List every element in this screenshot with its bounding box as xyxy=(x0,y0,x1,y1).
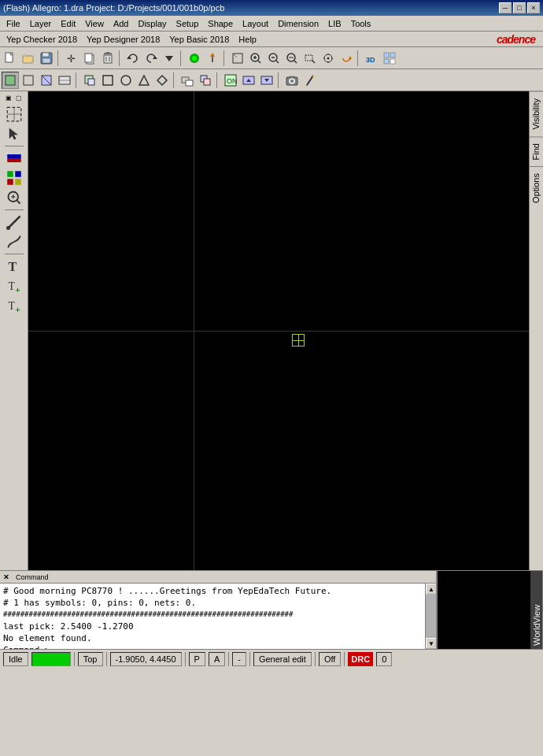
menu-shape[interactable]: Shape xyxy=(203,16,238,31)
menu-tools[interactable]: Tools xyxy=(346,16,376,31)
tb2-btn11[interactable] xyxy=(197,72,214,89)
menu-dimension[interactable]: Dimension xyxy=(273,16,323,31)
refresh-button[interactable] xyxy=(338,50,355,67)
lt-text3[interactable]: T+ xyxy=(4,296,24,315)
zoom-in-button[interactable] xyxy=(247,50,264,67)
tb2-btn9[interactable] xyxy=(153,72,171,89)
status-drc-num: 0 xyxy=(376,652,392,666)
menu-layout[interactable]: Layout xyxy=(238,16,273,31)
lt-route[interactable] xyxy=(4,213,24,232)
open-button[interactable] xyxy=(20,50,37,67)
menu-view[interactable]: View xyxy=(80,16,109,31)
menu-display[interactable]: Display xyxy=(133,16,171,31)
zoom-area-button[interactable] xyxy=(301,50,319,67)
menu-lib[interactable]: LIB xyxy=(323,16,346,31)
tb2-pad-left[interactable] xyxy=(240,72,257,89)
menu-file[interactable]: File xyxy=(2,16,25,31)
copy-button[interactable] xyxy=(81,50,98,67)
menu-help[interactable]: Help xyxy=(234,33,261,46)
tb2-btn1[interactable] xyxy=(2,72,19,89)
svg-line-27 xyxy=(258,61,260,63)
console-line-5[interactable]: Command > xyxy=(3,644,422,649)
sep3 xyxy=(180,50,183,66)
redo-button[interactable] xyxy=(142,50,160,67)
tb2-pad-right[interactable] xyxy=(258,72,275,89)
status-state: Idle xyxy=(3,652,28,666)
menu-layer[interactable]: Layer xyxy=(25,16,57,31)
pencil-button[interactable] xyxy=(301,72,319,89)
save-button[interactable] xyxy=(38,50,55,67)
canvas-area[interactable] xyxy=(28,91,529,570)
zoom-center-button[interactable] xyxy=(320,50,337,67)
zoom-fit-button[interactable] xyxy=(229,50,246,67)
3d-button[interactable]: 3D xyxy=(363,50,380,67)
tb2-pad-on[interactable]: ON xyxy=(222,72,239,89)
down-arrow-button[interactable] xyxy=(161,50,178,67)
green-circle-button[interactable] xyxy=(186,50,203,67)
status-sep7 xyxy=(344,652,345,666)
options-tab[interactable]: Options xyxy=(530,166,543,209)
svg-rect-63 xyxy=(204,79,210,85)
tb2-btn5[interactable] xyxy=(81,72,98,89)
lt-text[interactable]: T xyxy=(4,257,24,276)
minimize-button[interactable]: ─ xyxy=(499,2,512,13)
svg-text:T: T xyxy=(8,280,15,292)
find-tab[interactable]: Find xyxy=(530,136,543,166)
status-drc[interactable]: DRC xyxy=(348,652,373,666)
pin-button[interactable] xyxy=(204,50,221,67)
svg-rect-61 xyxy=(186,80,193,86)
console-close-btn[interactable]: ✕ xyxy=(2,573,11,581)
svg-text:T: T xyxy=(8,300,15,312)
lt-pointer[interactable] xyxy=(4,124,24,143)
lt-layer1[interactable] xyxy=(4,149,24,168)
lt-zoom-tool[interactable] xyxy=(4,188,24,207)
lt-top2[interactable]: ▢ xyxy=(14,93,24,102)
sep2 xyxy=(119,50,122,66)
svg-point-19 xyxy=(192,56,197,61)
menu-yep-checker[interactable]: Yep Checker 2018 xyxy=(2,33,82,46)
close-button[interactable]: × xyxy=(527,2,540,13)
move-button[interactable]: ✛ xyxy=(63,50,80,67)
status-mode: General edit xyxy=(253,652,312,666)
undo-button[interactable] xyxy=(124,50,142,67)
svg-marker-21 xyxy=(210,53,215,57)
scroll-up-button[interactable]: ▲ xyxy=(426,584,436,595)
menu-yep-basic[interactable]: Yep Basic 2018 xyxy=(164,33,234,46)
menu-setup[interactable]: Setup xyxy=(172,16,204,31)
tb2-btn10[interactable] xyxy=(179,72,196,89)
tb2-btn4[interactable] xyxy=(56,72,73,89)
zoom-out-button[interactable] xyxy=(265,50,283,67)
grid-view-button[interactable] xyxy=(381,50,398,67)
main-layout: ▣ ▢ T T+ T+ xyxy=(0,91,543,570)
new-button[interactable] xyxy=(2,50,19,67)
console-scroll: ▲ ▼ xyxy=(425,584,436,649)
zoom-prev-button[interactable] xyxy=(283,50,301,67)
toolbar1: ✛ xyxy=(0,47,543,69)
svg-rect-49 xyxy=(24,76,33,85)
toolbar2: ON xyxy=(0,69,543,91)
svg-rect-5 xyxy=(42,53,49,57)
tb2-btn6[interactable] xyxy=(99,72,116,89)
svg-rect-81 xyxy=(7,158,21,162)
lt-text-add[interactable]: T+ xyxy=(4,276,24,295)
tb2-btn2[interactable] xyxy=(20,72,37,89)
menu-edit[interactable]: Edit xyxy=(56,16,80,31)
delete-button[interactable] xyxy=(99,50,116,67)
lt-top1[interactable]: ▣ xyxy=(4,93,13,102)
camera-button[interactable] xyxy=(283,72,301,89)
svg-line-87 xyxy=(17,200,20,203)
tb2-btn7[interactable] xyxy=(117,72,135,89)
menu-yep-designer[interactable]: Yep Designer 2018 xyxy=(82,33,164,46)
lt-wire[interactable] xyxy=(4,232,24,251)
tb2-btn8[interactable] xyxy=(135,72,153,89)
tb2-btn3[interactable] xyxy=(38,72,55,89)
visibility-tab[interactable]: Visibility xyxy=(530,91,543,136)
sep-tb2-1 xyxy=(76,72,79,88)
lt-layer2[interactable] xyxy=(4,169,24,187)
scroll-track[interactable] xyxy=(426,595,436,638)
status-sep6 xyxy=(315,652,316,666)
lt-select[interactable] xyxy=(4,105,24,124)
maximize-button[interactable]: □ xyxy=(513,2,526,13)
menu-add[interactable]: Add xyxy=(109,16,134,31)
scroll-down-button[interactable]: ▼ xyxy=(426,638,436,649)
